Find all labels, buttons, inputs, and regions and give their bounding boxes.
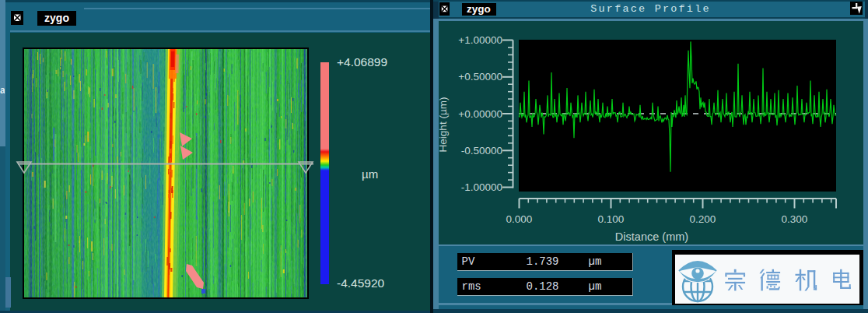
svg-text:0.200: 0.200 — [689, 213, 716, 225]
svg-text:Height (µm): Height (µm) — [437, 97, 449, 153]
svg-text:0.300: 0.300 — [781, 213, 807, 225]
svg-text:+0.00000: +0.00000 — [458, 108, 502, 120]
svg-text:Distance (mm): Distance (mm) — [614, 230, 688, 243]
svg-text:+1.00000: +1.00000 — [458, 34, 502, 46]
svg-text:+0.50000: +0.50000 — [458, 71, 502, 83]
svg-text:0.000: 0.000 — [506, 213, 532, 225]
svg-text:-1.00000: -1.00000 — [460, 181, 502, 193]
svg-text:-0.50000: -0.50000 — [460, 145, 502, 156]
svg-text:0.100: 0.100 — [597, 213, 624, 225]
